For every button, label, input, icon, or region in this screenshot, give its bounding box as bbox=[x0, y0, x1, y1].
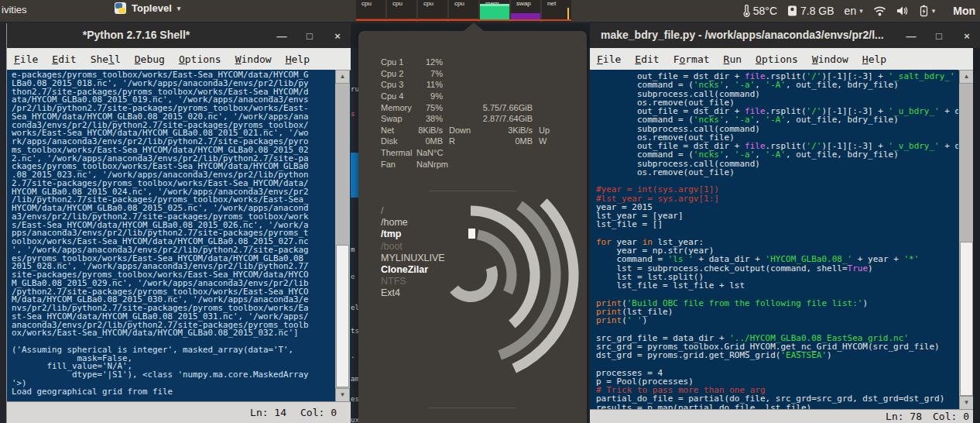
wifi-icon bbox=[873, 5, 886, 16]
volume-indicator[interactable] bbox=[896, 5, 909, 16]
stat-v1: NaNrpm bbox=[416, 160, 443, 169]
shell-titlebar[interactable]: *Python 2.7.16 Shell* — □ × bbox=[7, 23, 351, 48]
system-monitor-graphs[interactable]: cpucpucpucpumemswapnet bbox=[356, 0, 573, 22]
code-line: print(lst_file) bbox=[596, 308, 958, 316]
mount-item[interactable]: /boot bbox=[381, 241, 445, 253]
app-menu-button[interactable]: Toplevel ▾ bbox=[115, 2, 180, 14]
graph-net[interactable]: net bbox=[542, 0, 571, 22]
maximize-button[interactable]: □ bbox=[304, 30, 315, 42]
stat-v1: 7% bbox=[416, 69, 443, 78]
chevron-down-icon: ▾ bbox=[932, 7, 936, 15]
stat-row-cpu-3: Cpu 311% bbox=[358, 79, 587, 91]
mount-item[interactable]: / bbox=[381, 205, 445, 217]
shell-scrollbar[interactable]: ▲ ▼ bbox=[335, 70, 350, 402]
code-line: lst_file = [] bbox=[596, 220, 958, 229]
graph-cpu[interactable]: cpu bbox=[449, 0, 478, 22]
editor-scrollbar[interactable]: ▲ ▼ bbox=[959, 70, 974, 410]
mount-item[interactable]: Ext4 bbox=[381, 287, 445, 299]
stat-v2: 5.75/7.66GiB bbox=[472, 103, 533, 112]
close-button[interactable]: × bbox=[332, 30, 343, 42]
menu-help[interactable]: Help bbox=[279, 53, 317, 65]
stat-row-net: Net8KiB/sDown3KiB/sUp bbox=[358, 125, 587, 136]
graph-label: cpu bbox=[362, 0, 372, 7]
stat-label: Cpu 2 bbox=[381, 69, 416, 78]
graph-swap[interactable]: swap bbox=[511, 0, 540, 22]
menu-debug[interactable]: Debug bbox=[128, 53, 172, 65]
minimize-button[interactable]: — bbox=[276, 30, 287, 42]
stat-v1: 8KiB/s bbox=[416, 126, 443, 135]
battery-indicator[interactable]: ▾ bbox=[919, 5, 936, 17]
storage-indicator[interactable]: 7.8 GB bbox=[787, 5, 834, 17]
scrollbar-thumb[interactable] bbox=[960, 242, 973, 396]
background-window-text-fragment: ux bbox=[351, 416, 358, 423]
menu-edit[interactable]: Edit bbox=[45, 53, 83, 65]
graph-mem[interactable]: mem bbox=[480, 0, 509, 22]
background-window-text-fragment: es bbox=[351, 395, 358, 403]
graph-cpu[interactable]: cpu bbox=[387, 0, 416, 22]
temperature-value: 58°C bbox=[753, 5, 777, 17]
scroll-down-arrow[interactable]: ▼ bbox=[335, 388, 350, 402]
stat-label: Cpu 1 bbox=[381, 57, 416, 67]
menu-window[interactable]: Window bbox=[228, 53, 279, 65]
mount-item[interactable]: NTFS bbox=[381, 276, 445, 287]
shell-output-area[interactable]: e-packages/pyroms_toolbox/works/East-Sea… bbox=[7, 70, 335, 402]
temperature-indicator[interactable]: 58°C bbox=[742, 5, 777, 17]
system-stats-list: Cpu 112%Cpu 27%Cpu 311%Cpu 49%Memory75%5… bbox=[358, 57, 587, 170]
menu-window[interactable]: Window bbox=[805, 53, 855, 65]
status-tray[interactable]: 58°C 7.8 GB en ▾ ▾ Mon bbox=[742, 0, 975, 22]
shell-menubar: FileEditShellDebugOptionsWindowHelp bbox=[7, 48, 351, 70]
stat-row-memory: Memory75%5.75/7.66GiB bbox=[358, 101, 587, 113]
menu-shell[interactable]: Shell bbox=[84, 53, 128, 65]
activities-button[interactable]: ivities bbox=[2, 4, 27, 15]
screen-edge-strip bbox=[973, 48, 980, 423]
menu-edit[interactable]: Edit bbox=[628, 53, 666, 65]
minimize-button[interactable]: — bbox=[906, 30, 917, 42]
graph-cpu[interactable]: cpu bbox=[356, 0, 385, 22]
menu-file[interactable]: File bbox=[590, 53, 628, 65]
usage-ring bbox=[500, 205, 556, 355]
scroll-up-arrow[interactable]: ▲ bbox=[959, 70, 974, 84]
stat-row-disk: Disk0MBR0MBW bbox=[358, 136, 587, 147]
menu-format[interactable]: Format bbox=[666, 53, 717, 65]
stat-label: Memory bbox=[381, 103, 416, 112]
maximize-button[interactable]: □ bbox=[934, 30, 944, 42]
graph-label: swap bbox=[516, 0, 531, 7]
code-line: dst_grd = pyroms.grid.get_ROMS_grid('EAS… bbox=[596, 351, 958, 359]
menu-run[interactable]: Run bbox=[717, 53, 749, 65]
editor-menubar: FileEditFormatRunOptionsWindowHelp bbox=[590, 48, 980, 70]
shell-statusbar: Ln: 14 Col: 0 bbox=[7, 401, 351, 423]
menu-help[interactable]: Help bbox=[855, 53, 893, 65]
mount-item[interactable]: CloneZilar bbox=[381, 264, 445, 276]
stat-row-thermal: ThermalNaN°C bbox=[358, 147, 587, 159]
stat-label: Fan bbox=[381, 160, 416, 169]
scroll-down-arrow[interactable]: ▼ bbox=[959, 396, 974, 410]
scrollbar-thumb[interactable] bbox=[336, 245, 349, 387]
menu-file[interactable]: File bbox=[7, 53, 45, 65]
graph-cap bbox=[480, 4, 509, 6]
thermometer-icon bbox=[742, 5, 750, 17]
language-indicator[interactable]: en ▾ bbox=[845, 5, 863, 17]
close-button[interactable]: × bbox=[961, 30, 972, 42]
stat-row-swap: Swap38%2.87/7.64GiB bbox=[358, 113, 587, 125]
clock[interactable]: Mon bbox=[953, 5, 975, 17]
graph-label: net bbox=[547, 0, 556, 7]
code-editor-area[interactable]: out_file = dst_dir + file.rsplit('/')[-1… bbox=[590, 70, 958, 410]
mount-item[interactable]: /tmp bbox=[381, 229, 445, 240]
background-window-text-fragment: am bbox=[351, 375, 358, 383]
wifi-indicator[interactable] bbox=[873, 5, 886, 16]
scroll-up-arrow[interactable]: ▲ bbox=[335, 70, 350, 84]
graph-cpu[interactable]: cpu bbox=[418, 0, 447, 22]
background-window-text-fragment: m bbox=[351, 246, 355, 253]
stat-v1: 0MB bbox=[416, 136, 443, 146]
background-window-text-fragment: ru bbox=[351, 85, 358, 93]
menu-options[interactable]: Options bbox=[749, 53, 805, 65]
app-menu-label: Toplevel bbox=[132, 2, 172, 14]
editor-titlebar[interactable]: make_bdry_file.py - /work/apps/anaconda3… bbox=[590, 23, 980, 48]
separator bbox=[428, 408, 517, 408]
mount-item[interactable]: MYLINUXLIVE bbox=[381, 253, 445, 264]
top-panel: ivities Toplevel ▾ cpucpucpucpumemswapne… bbox=[0, 0, 980, 22]
mount-item[interactable]: /home bbox=[381, 217, 445, 229]
disk-icon bbox=[787, 5, 797, 17]
menu-options[interactable]: Options bbox=[172, 53, 228, 65]
stat-row-cpu-2: Cpu 27% bbox=[358, 68, 587, 80]
